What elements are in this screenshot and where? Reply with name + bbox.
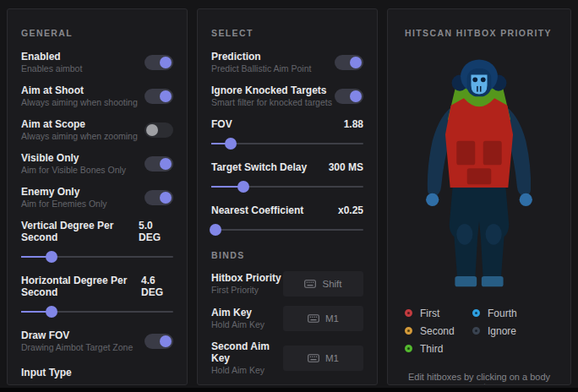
knee-pad (486, 224, 502, 245)
keyboard-icon (308, 354, 319, 362)
draw-fov-toggle[interactable] (144, 334, 173, 349)
keybind-value: M1 (325, 353, 339, 363)
horizontal-dps-slider[interactable] (21, 306, 173, 318)
toggle-knob (160, 335, 172, 347)
slider-knob[interactable] (237, 181, 249, 193)
aim-at-shoot-toggle[interactable] (144, 89, 173, 104)
bind-label: Second Aim Key (211, 340, 283, 364)
fov-slider[interactable] (211, 138, 363, 150)
toggle-desc: Predict Ballistic Aim Point (211, 63, 311, 74)
legend-label: Second (420, 325, 455, 337)
enemy-only-toggle[interactable] (144, 190, 173, 205)
legend-item-fourth: Fourth (472, 304, 553, 322)
fourth-priority-dot (472, 309, 480, 317)
first-priority-dot (405, 309, 412, 317)
ignore-knocked-toggle[interactable] (335, 89, 363, 104)
general-header: GENERAL (21, 28, 173, 38)
third-priority-dot (405, 345, 412, 352)
toggle-row-draw-fov: Draw FOV Drawing Aimbot Target Zone (21, 329, 173, 353)
visible-only-toggle[interactable] (144, 156, 173, 172)
toggle-row-prediction: Prediction Predict Ballistic Aim Point (211, 51, 363, 74)
slider-knob[interactable] (46, 306, 57, 318)
toggle-knob (160, 57, 172, 68)
toggle-knob (160, 192, 172, 204)
toggle-desc: Drawing Aimbot Target Zone (21, 342, 133, 353)
select-header: SELECT (211, 28, 363, 38)
prediction-toggle[interactable] (335, 55, 363, 70)
slider-knob[interactable] (210, 224, 221, 236)
legend-item-second: Second (405, 322, 472, 340)
toggle-label: Ignore Knocked Targets (211, 84, 332, 96)
slider-track[interactable] (211, 229, 363, 231)
legend-label: First (420, 308, 439, 319)
legend-item-first: First (405, 304, 472, 322)
slider-value: x0.25 (338, 204, 363, 216)
right-boot[interactable] (482, 276, 504, 286)
skull-teeth (477, 86, 478, 92)
toggle-label: Enemy Only (21, 186, 107, 198)
vest-pouch (467, 168, 492, 184)
left-boot[interactable] (455, 276, 477, 286)
binds-header: BINDS (211, 250, 363, 260)
fov-group: FOV 1.88 (211, 118, 363, 150)
aimbot-settings-window: GENERAL Enabled Enables aimbot Aim at Sh… (0, 0, 578, 392)
window-bottom-edge (0, 388, 578, 392)
slider-knob[interactable] (46, 251, 57, 263)
toggle-knob (160, 158, 172, 170)
second-aim-key-keybind-button[interactable]: M1 (283, 346, 363, 371)
toggle-desc: Aim for Visible Bones Only (21, 165, 126, 176)
bind-label: Aim Key (211, 307, 264, 318)
legend-label: Third (420, 343, 443, 355)
toggle-label: Draw FOV (21, 329, 133, 341)
keyboard-icon (308, 314, 319, 323)
toggle-desc: Enables aimbot (21, 63, 82, 74)
legend-item-ignore: Ignore (472, 322, 553, 340)
target-switch-delay-slider[interactable] (211, 181, 363, 193)
slider-value: 1.88 (344, 118, 363, 130)
legend-label: Fourth (488, 308, 517, 319)
aim-key-keybind-button[interactable]: M1 (283, 306, 363, 331)
legend-item-third: Third (405, 340, 472, 357)
toggle-row-enemy-only: Enemy Only Aim for Enemies Only (21, 186, 173, 210)
toggle-knob (350, 90, 362, 102)
keybind-value: M1 (325, 313, 339, 324)
nearest-coefficient-slider[interactable] (211, 224, 363, 236)
bind-row-second-aim-key: Second Aim Key Hold Aim Key M1 (211, 340, 363, 376)
vertical-dps-slider[interactable] (21, 251, 173, 263)
bind-desc: First Priority (211, 285, 281, 296)
bind-desc: Hold Aim Key (211, 365, 283, 376)
keyboard-icon (304, 280, 316, 288)
toggle-knob (146, 124, 158, 136)
slider-label: Horizontal Degree Per Second (21, 275, 141, 298)
left-hand[interactable] (426, 193, 439, 206)
nearest-coefficient-group: Nearest Coefficient x0.25 (211, 204, 363, 236)
slider-knob[interactable] (225, 138, 237, 150)
slider-label: FOV (211, 118, 232, 130)
knee-pad (456, 224, 472, 245)
character-hitbox-figure (405, 51, 553, 294)
aim-at-scope-toggle[interactable] (144, 122, 173, 138)
toggle-row-visible-only: Visible Only Aim for Visible Bones Only (21, 152, 173, 176)
skull-eye (481, 77, 486, 82)
toggle-label: Aim at Shoot (21, 84, 138, 96)
toggle-label: Aim at Scope (21, 118, 138, 130)
skull-teeth (480, 86, 482, 92)
hitbox-priority-keybind-button[interactable]: Shift (283, 271, 363, 297)
vest-pouch (483, 141, 502, 166)
legend-label: Ignore (488, 325, 516, 337)
toggle-desc: Smart filter for knocked targets (211, 97, 332, 108)
right-hand[interactable] (520, 193, 532, 206)
skull-mask[interactable] (471, 75, 487, 95)
slider-value: 5.0 DEG (139, 220, 173, 243)
toggle-row-ignore-knocked: Ignore Knocked Targets Smart filter for … (211, 84, 363, 108)
bind-label: Hitbox Priority (211, 272, 281, 284)
character-model (409, 51, 549, 292)
toggle-knob (350, 57, 362, 68)
toggle-label: Prediction (211, 51, 311, 63)
hitbox-priority-panel: HITSCAN HITBOX PRIORITY (387, 8, 571, 385)
skull-eye (472, 77, 477, 82)
slider-value: 300 MS (329, 161, 363, 173)
enabled-toggle[interactable] (144, 55, 173, 70)
slider-value: 4.6 DEG (141, 275, 173, 298)
toggle-row-aim-at-scope: Aim at Scope Always aiming when zooming (21, 118, 173, 142)
